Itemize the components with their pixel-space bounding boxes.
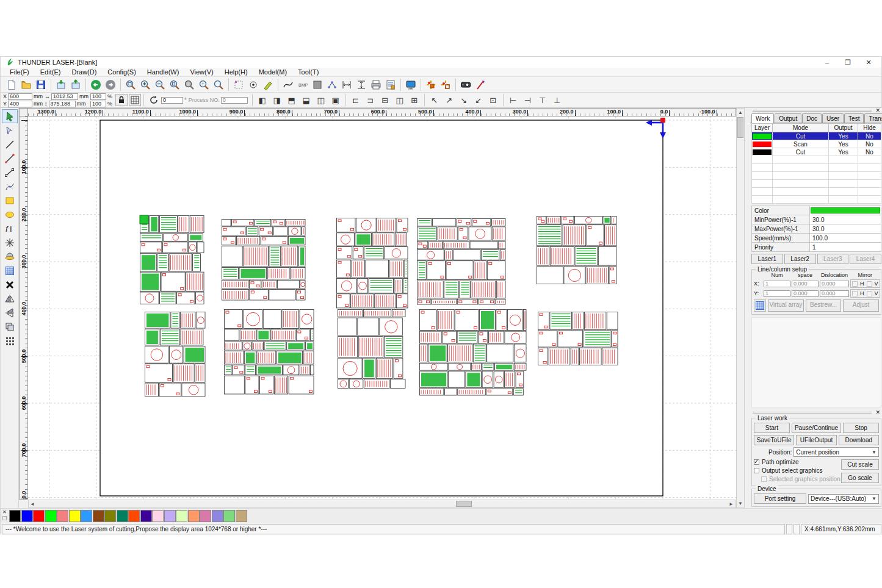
vertical-scroll-thumb[interactable]: [737, 117, 743, 138]
same-width-icon[interactable]: ⊏: [349, 93, 363, 107]
bitmap-fill-icon[interactable]: [310, 78, 325, 91]
laser-pointer-icon[interactable]: [473, 78, 488, 91]
palette-color-swatch[interactable]: [57, 510, 68, 522]
same-size-icon[interactable]: ⊟: [378, 93, 392, 107]
process-no-field[interactable]: 0: [221, 97, 248, 104]
horizontal-scrollbar[interactable]: ◄ ►: [28, 500, 736, 508]
savetoufile-button[interactable]: SaveToUFile: [754, 435, 794, 445]
palette-color-swatch[interactable]: [152, 510, 164, 522]
palette-color-swatch[interactable]: [164, 510, 176, 522]
dock-close-icon-2[interactable]: ✕: [875, 409, 880, 415]
palette-color-swatch[interactable]: [9, 510, 21, 522]
rotate-icon[interactable]: [146, 93, 161, 107]
segment-tool-icon[interactable]: [2, 165, 18, 179]
capture-tool-icon[interactable]: [2, 249, 18, 264]
move-to-top-right-icon[interactable]: ↗: [442, 93, 457, 107]
mirror-vertical-tool-icon[interactable]: [2, 306, 18, 320]
open-file-icon[interactable]: [19, 78, 34, 91]
stop-button[interactable]: Stop: [843, 423, 879, 433]
output-select-graphics-checkbox[interactable]: [754, 468, 759, 473]
horizontal-scroll-thumb[interactable]: [456, 501, 472, 507]
same-height-icon[interactable]: ⊐: [363, 93, 378, 107]
palette-color-swatch[interactable]: [212, 510, 223, 522]
zoom-out-icon[interactable]: [153, 78, 167, 91]
scroll-down-icon[interactable]: ▼: [737, 500, 744, 507]
zoom-selection-icon[interactable]: [197, 78, 211, 91]
lock-ratio-button[interactable]: [115, 94, 128, 106]
dock-grip-handle-2[interactable]: [753, 412, 872, 414]
import-file-icon[interactable]: [54, 78, 68, 91]
laser1-button[interactable]: Laser1: [751, 254, 783, 264]
v-distance-icon[interactable]: [354, 78, 369, 91]
move-to-top-left-icon[interactable]: ↖: [427, 93, 442, 107]
menu-file[interactable]: File(F): [4, 68, 35, 76]
laser-frame-position-icon[interactable]: [438, 78, 453, 91]
cut-scale-button[interactable]: Cut scale: [841, 459, 879, 470]
menu-model[interactable]: Model(M): [253, 68, 292, 76]
palette-color-swatch[interactable]: [21, 510, 33, 522]
zoom-point-icon[interactable]: [211, 78, 226, 91]
bmp-tool-icon[interactable]: BMP: [295, 78, 310, 91]
mirror-v-checkbox[interactable]: [867, 281, 872, 287]
palette-color-swatch[interactable]: [104, 510, 116, 522]
pattern-tool-icon[interactable]: [2, 334, 18, 348]
palette-color-swatch[interactable]: [33, 510, 45, 522]
zoom-in-icon[interactable]: [138, 78, 153, 91]
menu-tool[interactable]: Tool(T): [292, 68, 324, 76]
angle-field[interactable]: 0: [161, 97, 183, 104]
rectangle-tool-icon[interactable]: [2, 193, 18, 207]
node-tool-icon[interactable]: [325, 78, 339, 91]
edit-pen-icon[interactable]: [261, 78, 275, 91]
device-dropdown[interactable]: Device---(USB:Auto) ▼: [808, 494, 879, 504]
layer-color-swatch[interactable]: [753, 142, 772, 147]
menu-draw[interactable]: Draw(D): [66, 68, 102, 76]
h-distance-icon[interactable]: [339, 78, 354, 91]
property-value[interactable]: 100.0: [810, 234, 881, 243]
node-display-icon[interactable]: [246, 78, 261, 91]
align-left-icon[interactable]: ◧: [255, 93, 270, 107]
marquee-select-icon[interactable]: [231, 78, 246, 91]
layer-row[interactable]: ScanYesNo: [752, 140, 881, 148]
property-value[interactable]: 30.0: [810, 215, 881, 224]
layer-color-value[interactable]: [811, 207, 880, 213]
design-canvas[interactable]: [28, 117, 736, 500]
grid-button[interactable]: [129, 94, 141, 106]
print-icon[interactable]: [369, 78, 383, 91]
palette-color-swatch[interactable]: [128, 510, 140, 522]
curve-tool-icon[interactable]: [281, 78, 295, 91]
new-document-icon[interactable]: [4, 78, 19, 91]
move-to-bottom-right-icon[interactable]: ↘: [457, 93, 471, 107]
palette-color-swatch[interactable]: [69, 510, 81, 522]
property-value[interactable]: 30.0: [810, 224, 881, 234]
node-edit-tool-icon[interactable]: [2, 123, 18, 137]
align-right-icon[interactable]: ◨: [270, 93, 284, 107]
array-space-field[interactable]: 0.000: [792, 290, 819, 297]
width-field[interactable]: 1012.53: [51, 93, 78, 100]
line-tool-icon[interactable]: [2, 137, 18, 151]
tab-work[interactable]: Work: [751, 113, 774, 123]
palette-color-swatch[interactable]: [117, 510, 128, 522]
array-space-field[interactable]: 0.000: [792, 281, 819, 287]
select-tool-icon[interactable]: [2, 109, 18, 123]
layer-color-swatch[interactable]: [753, 134, 772, 139]
array-dislocation-field[interactable]: 0.000: [820, 290, 849, 297]
x-position-field[interactable]: 600: [8, 93, 32, 100]
mirror-v-checkbox[interactable]: [867, 291, 872, 296]
palette-color-swatch[interactable]: [200, 510, 211, 522]
palette-color-swatch[interactable]: [45, 510, 57, 522]
tab-output[interactable]: Output: [775, 113, 801, 123]
download-button[interactable]: Download: [839, 435, 879, 445]
port-setting-button[interactable]: Port setting: [754, 493, 806, 504]
export-file-icon[interactable]: [68, 78, 83, 91]
equal-vertical-space-icon[interactable]: ⊞: [407, 93, 422, 107]
close-button[interactable]: ✕: [858, 57, 879, 68]
zoom-window-icon[interactable]: [123, 78, 138, 91]
align-top-icon[interactable]: ⬒: [284, 93, 299, 107]
ellipse-tool-icon[interactable]: [2, 207, 18, 221]
scroll-right-icon[interactable]: ►: [728, 500, 735, 507]
projector-control-icon[interactable]: [458, 78, 473, 91]
palette-dock-icon[interactable]: [2, 516, 7, 520]
screen-preview-icon[interactable]: [403, 78, 418, 91]
dock-bottom-icon[interactable]: ⊥: [550, 93, 565, 107]
height-field[interactable]: 375.188: [49, 101, 76, 107]
